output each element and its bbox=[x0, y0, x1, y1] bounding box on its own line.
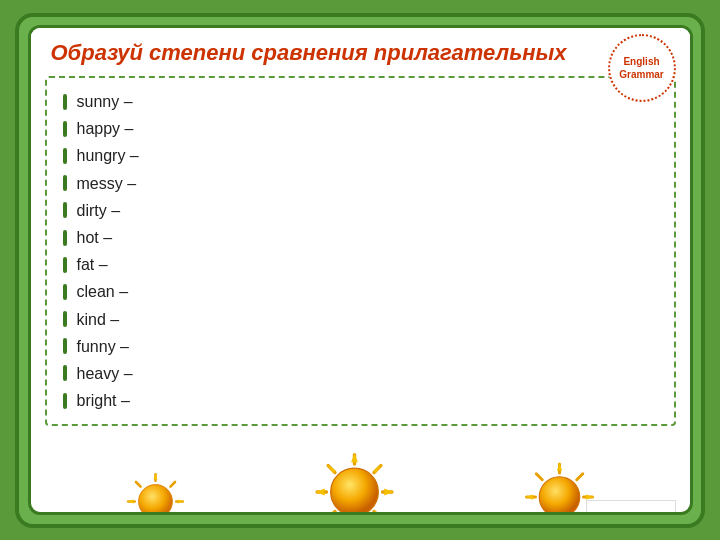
white-rectangle bbox=[586, 500, 676, 515]
svg-marker-8 bbox=[153, 473, 157, 480]
word-item-3: messy – bbox=[63, 170, 664, 197]
svg-point-29 bbox=[331, 468, 379, 515]
sun-medium bbox=[312, 449, 397, 515]
word-item-0: sunny – bbox=[63, 88, 664, 115]
svg-line-34 bbox=[536, 474, 542, 480]
inner-card: Образуй степени сравнения прилагательных… bbox=[28, 25, 693, 515]
sun-small bbox=[123, 469, 188, 515]
svg-marker-10 bbox=[127, 500, 133, 504]
word-item-7: clean – bbox=[63, 278, 664, 305]
word-item-8: kind – bbox=[63, 306, 664, 333]
word-item-10: heavy – bbox=[63, 360, 664, 387]
word-item-5: hot – bbox=[63, 224, 664, 251]
word-item-1: happy – bbox=[63, 115, 664, 142]
svg-line-36 bbox=[577, 474, 583, 480]
svg-marker-25 bbox=[327, 464, 336, 473]
svg-line-35 bbox=[577, 514, 583, 515]
page-title: Образуй степени сравнения прилагательных bbox=[51, 40, 670, 66]
word-item-9: funny – bbox=[63, 333, 664, 360]
grammar-badge: English Grammar bbox=[608, 34, 676, 102]
svg-point-12 bbox=[138, 485, 172, 515]
word-item-6: fat – bbox=[63, 251, 664, 278]
svg-line-6 bbox=[170, 482, 175, 487]
svg-marker-23 bbox=[316, 488, 325, 495]
outer-card: Образуй степени сравнения прилагательных… bbox=[15, 13, 705, 528]
svg-line-4 bbox=[136, 482, 141, 487]
bottom-area bbox=[31, 434, 690, 515]
word-item-4: dirty – bbox=[63, 197, 664, 224]
svg-marker-41 bbox=[586, 494, 594, 499]
word-item-2: hungry – bbox=[63, 142, 664, 169]
svg-point-42 bbox=[539, 477, 580, 516]
word-list: sunny –happy –hungry –messy –dirty –hot … bbox=[63, 88, 664, 414]
badge-line1: English bbox=[623, 55, 659, 68]
svg-marker-11 bbox=[177, 500, 184, 504]
svg-marker-38 bbox=[557, 462, 562, 470]
svg-marker-27 bbox=[374, 464, 383, 473]
svg-marker-24 bbox=[385, 488, 394, 495]
header-area: Образуй степени сравнения прилагательных… bbox=[31, 28, 690, 76]
svg-marker-40 bbox=[525, 494, 533, 499]
badge-line2: Grammar bbox=[619, 68, 663, 81]
svg-marker-21 bbox=[352, 453, 359, 462]
content-area: sunny –happy –hungry –messy –dirty –hot … bbox=[45, 76, 676, 426]
svg-line-37 bbox=[536, 514, 542, 515]
word-item-11: bright – bbox=[63, 387, 664, 414]
